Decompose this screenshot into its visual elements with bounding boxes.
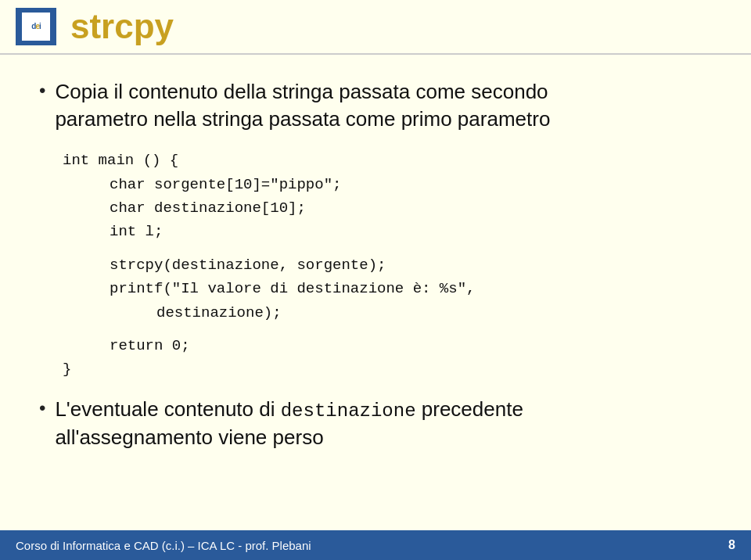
- footer-page-number: 8: [728, 538, 735, 552]
- bullet-text-2: L'eventuale contenuto di destinazione pr…: [55, 396, 523, 451]
- main-content: • Copia il contenuto della stringa passa…: [0, 55, 751, 467]
- header: dei strcpy: [0, 0, 751, 55]
- code-line-9: }: [63, 357, 712, 381]
- bullet-icon-2: •: [39, 397, 45, 419]
- bullet-icon-1: •: [39, 80, 45, 102]
- code-line-2: char sorgente[10]="pippo";: [110, 173, 712, 196]
- logo-box: dei: [16, 8, 56, 45]
- code-block: int main () { char sorgente[10]="pippo";…: [63, 149, 712, 382]
- footer-course-text: Corso di Informatica e CAD (c.i.) – ICA …: [16, 539, 311, 552]
- code-line-7: destinazione);: [156, 301, 712, 325]
- bullet-text-1: Copia il contenuto della stringa passata…: [55, 78, 550, 133]
- code-line-5: strcpy(destinazione, sorgente);: [110, 253, 712, 277]
- code-line-8: return 0;: [110, 334, 712, 357]
- logo-icon: dei: [22, 13, 50, 41]
- code-line-3: char destinazione[10];: [110, 196, 712, 220]
- code-line-1: int main () {: [63, 149, 712, 172]
- slide-title: strcpy: [70, 7, 174, 46]
- bullet-item-1: • Copia il contenuto della stringa passa…: [39, 78, 712, 133]
- footer: Corso di Informatica e CAD (c.i.) – ICA …: [0, 530, 751, 560]
- code-line-4: int l;: [110, 220, 712, 243]
- inline-code-destinazione: destinazione: [281, 400, 416, 422]
- code-line-6: printf("Il valore di destinazione è: %s"…: [110, 277, 712, 300]
- bullet-item-2: • L'eventuale contenuto di destinazione …: [39, 396, 712, 451]
